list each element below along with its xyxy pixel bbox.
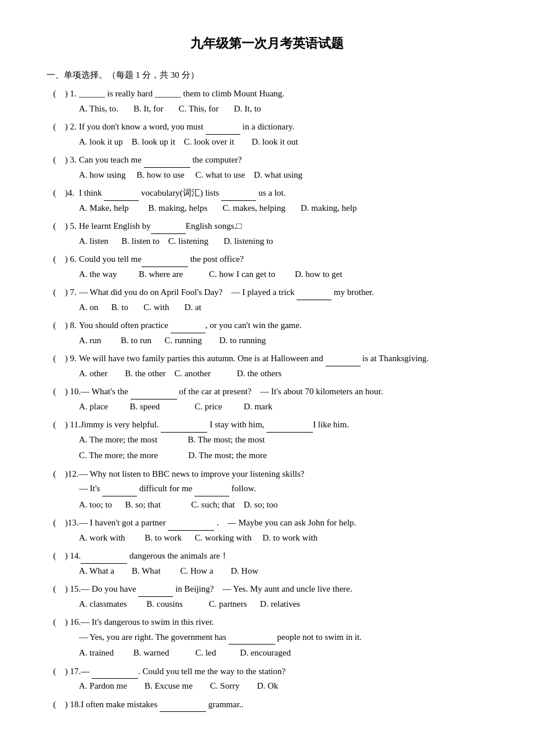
- question-6: ( ) 6. Could you tell me the post office…: [46, 252, 488, 282]
- q10-num: ) 10.: [63, 384, 81, 399]
- q9-options: A. other B. the other C. another D. the …: [46, 366, 488, 381]
- q18-text: I often make mistakes grammar..: [81, 697, 488, 712]
- question-16: ( ) 16. — It's dangerous to swim in this…: [46, 615, 488, 661]
- q2-options: A. look it up B. look up it C. look over…: [46, 135, 488, 150]
- q14-options: A. What a B. What C. How a D. How: [46, 564, 488, 579]
- q6-options: A. the way B. where are C. how I can get…: [46, 267, 488, 282]
- question-8: ( ) 8. You should often practice , or yo…: [46, 318, 488, 348]
- q8-num: ) 8.: [63, 318, 79, 333]
- q14-num: ) 14.: [63, 549, 81, 564]
- q3-paren: (: [46, 153, 63, 168]
- q14-paren: (: [46, 549, 63, 564]
- question-1: ( ) 1. ______ is really hard ______ them…: [46, 87, 488, 116]
- q13-num: )13.: [63, 516, 79, 531]
- q13-options: A. work with B. to work C. working with …: [46, 531, 488, 546]
- q16-options: A. trained B. warned C. led D. encourage…: [46, 646, 488, 661]
- question-3: ( ) 3. Can you teach me the computer? A.…: [46, 153, 488, 182]
- question-11: ( ) 11. Jimmy is very helpful. I stay wi…: [46, 417, 488, 463]
- q10-paren: (: [46, 384, 63, 399]
- q12-paren: (: [46, 467, 63, 482]
- q11-paren: (: [46, 417, 63, 433]
- section1-header: 一、单项选择。（每题 1 分，共 30 分）: [46, 70, 488, 81]
- q7-options: A. on B. to C. with D. at: [46, 300, 488, 315]
- q18-paren: (: [46, 697, 63, 712]
- question-14: ( ) 14. dangerous the animals are！ A. Wh…: [46, 549, 488, 578]
- q12-text2: — It's difficult for me follow.: [46, 481, 488, 496]
- q17-options: A. Pardon me B. Excuse me C. Sorry D. Ok: [46, 679, 488, 694]
- q17-num: ) 17.: [63, 664, 81, 679]
- q9-text: We will have two family parties this aut…: [79, 351, 488, 366]
- q5-paren: (: [46, 219, 63, 234]
- q2-num: ) 2.: [63, 120, 79, 135]
- q15-num: ) 15.: [63, 582, 81, 597]
- q10-options: A. place B. speed C. price D. mark: [46, 399, 488, 415]
- page-title: 九年级第一次月考英语试题: [46, 35, 488, 52]
- q17-paren: (: [46, 664, 63, 679]
- q14-text: dangerous the animals are！: [81, 549, 488, 564]
- q6-num: ) 6.: [63, 252, 79, 267]
- q12-options: A. too; to B. so; that C. such; that D. …: [46, 498, 488, 513]
- question-4: ( )4. I think vocabulary(词汇) lists us a …: [46, 186, 488, 215]
- q9-num: ) 9.: [63, 351, 79, 366]
- q17-text: --- . Could you tell me the way to the s…: [81, 664, 488, 679]
- q1-options: A. This, to. B. It, for C. This, for D. …: [46, 102, 488, 117]
- question-9: ( ) 9. We will have two family parties t…: [46, 351, 488, 381]
- q11-options-a: A. The more; the most B. The most; the m…: [46, 433, 488, 448]
- q2-paren: (: [46, 120, 63, 135]
- q4-text: I think vocabulary(词汇) lists us a lot.: [79, 186, 488, 201]
- q4-num: )4.: [63, 186, 79, 201]
- q3-text: Can you teach me the computer?: [79, 153, 488, 168]
- q11-text: Jimmy is very helpful. I stay with him, …: [81, 417, 488, 433]
- q6-paren: (: [46, 252, 63, 267]
- q4-options: A. Make, help B. making, helps C. makes,…: [46, 201, 488, 216]
- question-5: ( ) 5. He learnt English byEnglish songs…: [46, 219, 488, 249]
- question-15: ( ) 15. — Do you have in Beijing? — Yes.…: [46, 582, 488, 611]
- question-7: ( ) 7. — What did you do on April Fool's…: [46, 285, 488, 315]
- q5-num: ) 5.: [63, 219, 79, 234]
- q2-text: If you don't know a word, you must in a …: [79, 120, 488, 135]
- q8-options: A. run B. to run C. running D. to runnin…: [46, 333, 488, 348]
- q16-num: ) 16.: [63, 615, 81, 630]
- q15-text: — Do you have in Beijing? — Yes. My aunt…: [81, 582, 488, 597]
- q8-text: You should often practice , or you can't…: [79, 318, 488, 333]
- q5-options: A. listen B. listen to C. listening D. l…: [46, 234, 488, 249]
- question-18: ( ) 18. I often make mistakes grammar..: [46, 697, 488, 712]
- q12-num: )12.: [63, 467, 79, 482]
- q7-num: ) 7.: [63, 285, 79, 300]
- q6-text: Could you tell me the post office?: [79, 252, 488, 267]
- q1-paren: (: [46, 87, 63, 102]
- question-12: ( )12. — Why not listen to BBC news to i…: [46, 467, 488, 513]
- q3-options: A. how using B. how to use C. what to us…: [46, 168, 488, 183]
- q13-paren: (: [46, 516, 63, 531]
- q16-paren: (: [46, 615, 63, 630]
- q7-text: — What did you do on April Fool's Day? —…: [79, 285, 488, 300]
- q16-text: — It's dangerous to swim in this river.: [81, 615, 488, 630]
- question-2: ( ) 2. If you don't know a word, you mus…: [46, 120, 488, 149]
- q3-num: ) 3.: [63, 153, 79, 168]
- q7-paren: (: [46, 285, 63, 300]
- q18-num: ) 18.: [63, 697, 81, 712]
- question-17: ( ) 17. --- . Could you tell me the way …: [46, 664, 488, 694]
- q13-text: — I haven't got a partner . — Maybe you …: [79, 516, 488, 531]
- question-13: ( )13. — I haven't got a partner . — May…: [46, 516, 488, 545]
- q16-text2: — Yes, you are right. The government has…: [46, 630, 488, 645]
- q10-text: — What's the of the car at present? — It…: [81, 384, 488, 399]
- q15-paren: (: [46, 582, 63, 597]
- q1-text: ______ is really hard ______ them to cli…: [79, 87, 488, 102]
- q1-num: ) 1.: [63, 87, 79, 102]
- q11-options-b: C. The more; the more D. The most; the m…: [46, 448, 488, 463]
- q12-text: — Why not listen to BBC news to improve …: [79, 467, 488, 482]
- q5-text: He learnt English byEnglish songs.□: [79, 219, 488, 234]
- q9-paren: (: [46, 351, 63, 366]
- q11-num: ) 11.: [63, 417, 81, 433]
- q15-options: A. classmates B. cousins C. partners D. …: [46, 597, 488, 612]
- q8-paren: (: [46, 318, 63, 333]
- q4-paren: (: [46, 186, 63, 201]
- question-10: ( ) 10. — What's the of the car at prese…: [46, 384, 488, 414]
